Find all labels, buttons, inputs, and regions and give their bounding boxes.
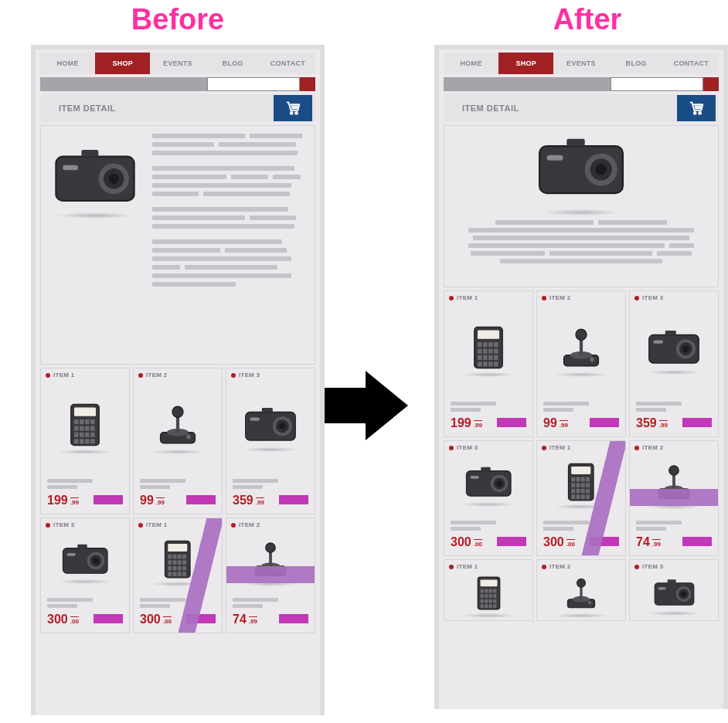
svg-rect-87: [478, 355, 482, 360]
joystick-icon: [134, 382, 222, 476]
product-card[interactable]: ITEM 3 300 .00: [40, 518, 130, 633]
camera-icon: [41, 531, 129, 595]
product-title: ITEM 2: [239, 521, 260, 528]
svg-point-31: [172, 406, 183, 417]
search-input[interactable]: [611, 77, 703, 91]
svg-rect-56: [173, 566, 177, 571]
nav-item-blog[interactable]: BLOG: [609, 53, 664, 74]
buy-button[interactable]: [186, 495, 216, 504]
price-cents: .99: [560, 420, 568, 429]
buy-button[interactable]: [279, 614, 308, 623]
search-bar: [444, 77, 719, 91]
price: 74: [233, 613, 247, 626]
nav-item-contact[interactable]: CONTACT: [260, 53, 315, 74]
svg-rect-40: [66, 553, 75, 556]
svg-rect-129: [586, 494, 590, 499]
camera-icon: [226, 382, 315, 476]
status-dot-icon: [449, 446, 454, 450]
price: 199: [451, 416, 471, 430]
buy-button[interactable]: [94, 495, 123, 504]
product-card[interactable]: ITEM 2 74 .99: [629, 440, 719, 556]
product-card[interactable]: ITEM 1 199 .99: [40, 368, 130, 514]
svg-rect-140: [493, 589, 496, 592]
svg-rect-72: [546, 155, 563, 161]
nav-item-events[interactable]: EVENTS: [553, 53, 608, 74]
price: 99: [543, 416, 557, 430]
nav-item-contact[interactable]: CONTACT: [664, 53, 719, 74]
search-button[interactable]: [300, 77, 315, 91]
buy-button[interactable]: [497, 537, 526, 546]
buy-button[interactable]: [590, 418, 619, 427]
buy-button[interactable]: [279, 495, 308, 504]
svg-point-66: [266, 543, 276, 553]
svg-rect-60: [173, 572, 177, 576]
svg-point-69: [699, 112, 701, 114]
price-cents: .99: [474, 420, 482, 429]
svg-rect-89: [488, 355, 493, 360]
svg-point-98: [576, 329, 587, 340]
buy-button[interactable]: [682, 537, 712, 546]
price-cents: .00: [70, 616, 79, 625]
buy-button[interactable]: [682, 418, 712, 427]
price-cents: .99: [256, 497, 264, 506]
nav-item-shop[interactable]: SHOP: [498, 53, 553, 74]
buy-button[interactable]: [94, 614, 123, 623]
svg-rect-146: [485, 599, 488, 602]
product-title: ITEM 2: [642, 444, 664, 451]
product-card[interactable]: ITEM 1 300 .00: [536, 440, 626, 556]
product-title: ITEM 1: [457, 294, 478, 301]
svg-rect-148: [493, 599, 496, 602]
product-card[interactable]: ITEM 1 300 .00: [133, 518, 223, 633]
before-mockup: HOMESHOPEVENTSBLOGCONTACT ITEM DETAIL: [31, 45, 325, 715]
svg-rect-22: [85, 433, 90, 437]
product-title: ITEM 2: [146, 372, 168, 378]
product-card[interactable]: ITEM 1 199 .99: [444, 290, 533, 437]
cart-icon: [687, 100, 706, 117]
nav-item-home[interactable]: HOME: [444, 53, 498, 74]
svg-rect-128: [581, 494, 585, 499]
price-cents: .99: [70, 497, 79, 506]
nav-item-shop[interactable]: SHOP: [95, 53, 150, 74]
svg-rect-114: [572, 477, 576, 482]
svg-rect-17: [80, 426, 84, 430]
search-button[interactable]: [703, 77, 719, 91]
product-title: ITEM 3: [457, 444, 478, 451]
svg-point-162: [681, 592, 686, 597]
product-card[interactable]: ITEM 2 99 .99: [536, 290, 626, 437]
product-card[interactable]: ITEM 2 99 .99: [133, 368, 223, 514]
search-input[interactable]: [207, 77, 300, 91]
svg-rect-5: [63, 165, 78, 171]
product-title: ITEM 3: [642, 294, 664, 301]
product-card[interactable]: ITEM 3 359 .99: [226, 368, 315, 514]
product-title: ITEM 3: [239, 372, 260, 378]
nav-item-home[interactable]: HOME: [40, 53, 95, 74]
svg-point-110: [496, 480, 502, 487]
product-card[interactable]: ITEM 2 74 .99: [226, 518, 315, 633]
nav-item-blog[interactable]: BLOG: [206, 53, 260, 74]
svg-rect-82: [494, 342, 498, 347]
product-card[interactable]: ITEM 1: [444, 559, 533, 621]
svg-rect-18: [85, 426, 90, 430]
svg-rect-125: [586, 489, 590, 494]
svg-rect-122: [572, 489, 576, 494]
price-cents: .99: [659, 420, 668, 429]
svg-rect-62: [182, 572, 186, 576]
camera-icon: [630, 304, 718, 399]
product-card[interactable]: ITEM 3 300 .00: [444, 440, 533, 556]
cart-button[interactable]: [677, 95, 716, 121]
product-card[interactable]: ITEM 3 359 .99: [629, 290, 719, 437]
price-cents: .99: [249, 616, 257, 625]
after-heading: After: [495, 3, 680, 36]
svg-rect-46: [168, 544, 188, 552]
product-card[interactable]: ITEM 2: [536, 559, 626, 621]
svg-point-37: [279, 423, 285, 429]
svg-rect-127: [577, 494, 580, 499]
nav-item-events[interactable]: EVENTS: [150, 53, 205, 74]
buy-button[interactable]: [497, 418, 526, 427]
product-card[interactable]: ITEM 3: [629, 559, 719, 621]
cart-button[interactable]: [274, 95, 312, 121]
product-title: ITEM 3: [53, 521, 75, 528]
cart-icon: [284, 100, 302, 117]
svg-rect-152: [493, 604, 496, 608]
svg-rect-85: [488, 348, 493, 353]
